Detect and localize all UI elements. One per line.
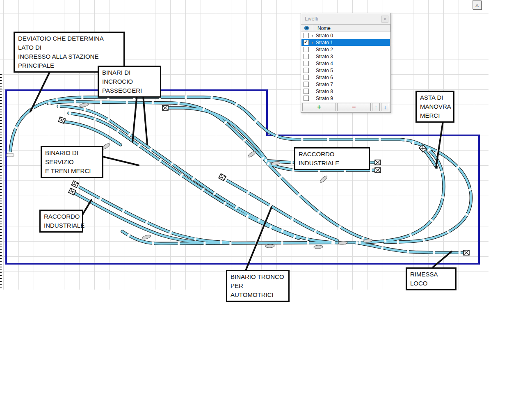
layer-row-strato-0[interactable]: Strato 0 [301,32,390,39]
layer-row-strato-5[interactable]: Strato 5 [301,67,390,74]
app-canvas: DEVIATOIO CHE DETERMINA LATO DI INGRESSO… [0,0,525,420]
layer-visibility-checkbox[interactable] [304,54,309,59]
layer-name: Strato 5 [316,68,333,73]
label-rimessa-loco[interactable]: RIMESSA LOCO [406,267,457,290]
layer-name: Strato 4 [316,61,333,66]
layers-panel-title: Livelli [305,16,318,22]
scroll-up-button[interactable]: △ [472,0,482,9]
layer-row-strato-7[interactable]: Strato 7 [301,81,390,88]
buffer-stop-icon [375,160,381,165]
layer-name: Strato 6 [316,75,333,80]
layer-visibility-checkbox[interactable] [304,68,309,73]
close-icon[interactable]: ✕ [381,16,388,23]
buffer-stop-icon [162,105,168,110]
add-layer-button[interactable]: + [302,103,336,111]
layer-row-strato-9[interactable]: Strato 9 [301,95,390,102]
label-raccordo-industriale-right[interactable]: RACCORDO INDUSTRIALE [294,147,370,170]
layer-name: Strato 8 [316,89,333,94]
buffer-stop-icon [463,250,469,255]
layer-name: Strato 7 [316,82,333,87]
layer-visibility-checkbox[interactable] [304,96,309,101]
label-binari-incrocio[interactable]: BINARI DI INCROCIO PASSEGGERI [98,66,161,98]
move-layer-up-button[interactable]: ↑ [372,103,380,111]
buffer-stop-icon [58,117,65,123]
layers-panel-titlebar: Livelli ✕ [301,13,390,24]
label-binario-tronco[interactable]: BINARIO TRONCO PER AUTOMOTRICI [226,270,290,302]
layers-list: Strato 0 Strato 1 Strato 2 Strato 3 Stra… [301,32,390,102]
layer-row-strato-4[interactable]: Strato 4 [301,60,390,67]
layer-visibility-checkbox[interactable] [304,40,309,45]
track-end-cap [7,153,14,157]
layer-row-strato-8[interactable]: Strato 8 [301,88,390,95]
layer-visibility-checkbox[interactable] [304,75,309,80]
layers-panel: Livelli ✕ Nome Strato 0 Strato 1 Strato … [301,13,391,113]
track-small-left-stub [65,122,121,145]
label-asta-manovra[interactable]: ASTA DI MANOVRA MERCI [415,91,454,123]
visibility-icon [304,26,309,30]
track-left-industrial-2 [75,193,214,243]
layer-row-strato-1[interactable]: Strato 1 [301,39,390,46]
visibility-column-header[interactable] [301,25,312,32]
layers-toolbar: + − ↑ ↓ [301,102,390,112]
layer-visibility-checkbox[interactable] [304,47,309,52]
layer-name: Strato 3 [316,54,333,59]
layer-active-dot [310,41,314,44]
label-raccordo-industriale-left[interactable]: RACCORDO INDUSTRIALE [39,210,83,233]
move-layer-down-button[interactable]: ↓ [381,103,389,111]
layer-name: Strato 0 [316,33,333,39]
track-right-outer-arc [385,142,471,242]
name-column-header[interactable]: Nome [312,25,390,32]
track-freight-line [69,113,299,238]
layer-visibility-checkbox[interactable] [304,89,309,94]
remove-layer-button[interactable]: − [337,103,371,111]
layer-name: Strato 9 [316,96,333,101]
layer-row-strato-2[interactable]: Strato 2 [301,46,390,53]
layer-visibility-checkbox[interactable] [304,61,309,66]
buffer-stop-icon [375,168,381,173]
layer-name: Strato 2 [316,47,333,52]
layers-header-row: Nome [301,24,390,32]
label-binario-servizio[interactable]: BINARIO DI SERVIZIO E TRENI MERCI [41,146,103,178]
layer-row-strato-3[interactable]: Strato 3 [301,53,390,60]
layer-active-dot [310,34,314,37]
layer-name: Strato 1 [316,40,333,46]
layer-row-strato-6[interactable]: Strato 6 [301,74,390,81]
layer-visibility-checkbox[interactable] [304,82,309,87]
layer-visibility-checkbox[interactable] [304,33,309,38]
